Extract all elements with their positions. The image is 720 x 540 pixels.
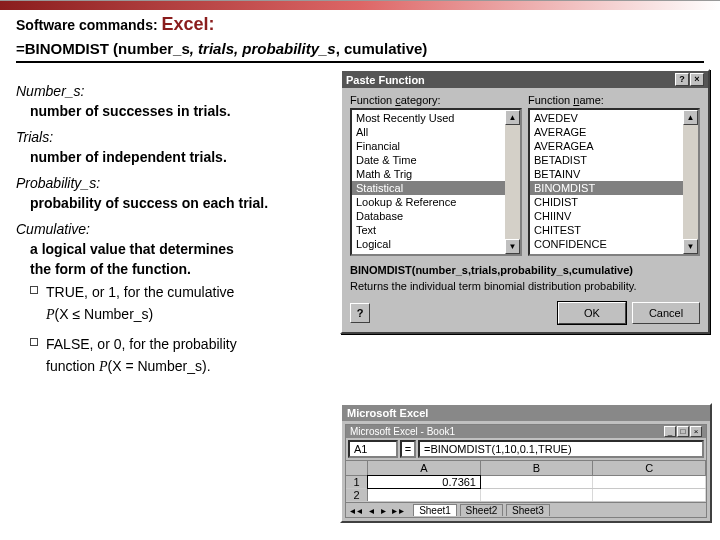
bullet-false: FALSE, or 0, for the probability functio…: [30, 333, 336, 379]
function-listbox[interactable]: AVEDEVAVERAGEAVERAGEABETADISTBETAINVBINO…: [528, 108, 700, 256]
slide-accent-bar: [0, 0, 720, 10]
col-header[interactable]: C: [593, 461, 706, 475]
sheet-tab[interactable]: Sheet2: [460, 504, 504, 516]
list-item[interactable]: Information: [352, 251, 505, 254]
list-item[interactable]: CONFIDENCE: [530, 237, 683, 251]
list-item[interactable]: All: [352, 125, 505, 139]
formula-input[interactable]: =BINOMDIST(1,10,0.1,TRUE): [418, 440, 704, 458]
list-item[interactable]: AVERAGEA: [530, 139, 683, 153]
cell[interactable]: [593, 476, 706, 488]
list-item[interactable]: BINOMDIST: [530, 181, 683, 195]
list-item[interactable]: BETAINV: [530, 167, 683, 181]
param-number-s-desc: number of successes in trials.: [30, 103, 336, 119]
param-trials-desc: number of independent trials.: [30, 149, 336, 165]
dialog-titlebar[interactable]: Paste Function ? ×: [342, 71, 708, 88]
list-item[interactable]: Statistical: [352, 181, 505, 195]
workbook-titlebar[interactable]: Microsoft Excel - Book1 _ □ ×: [346, 425, 706, 438]
list-item[interactable]: Date & Time: [352, 153, 505, 167]
ok-button[interactable]: OK: [558, 302, 626, 324]
worksheet[interactable]: A B C 1 0.7361 2: [346, 460, 706, 502]
scroll-down-icon[interactable]: ▼: [683, 239, 698, 254]
list-item[interactable]: AVERAGE: [530, 125, 683, 139]
scroll-up-icon[interactable]: ▲: [683, 110, 698, 125]
parameter-explanations: Number_s: number of successes in trials.…: [16, 83, 336, 379]
tab-nav-arrows[interactable]: ◂◂ ◂ ▸ ▸▸: [350, 505, 406, 516]
list-item[interactable]: Math & Trig: [352, 167, 505, 181]
param-trials-label: Trials:: [16, 129, 336, 145]
sheet-tabs: ◂◂ ◂ ▸ ▸▸ Sheet1 Sheet2 Sheet3: [346, 502, 706, 517]
list-item[interactable]: Database: [352, 209, 505, 223]
list-item[interactable]: Most Recently Used: [352, 111, 505, 125]
col-header[interactable]: A: [368, 461, 481, 475]
scrollbar[interactable]: ▲ ▼: [683, 110, 698, 254]
square-bullet-icon: [30, 286, 38, 294]
scroll-down-icon[interactable]: ▼: [505, 239, 520, 254]
list-item[interactable]: CHIDIST: [530, 195, 683, 209]
param-number-s-label: Number_s:: [16, 83, 336, 99]
close-icon[interactable]: ×: [690, 426, 702, 437]
list-item[interactable]: CHITEST: [530, 223, 683, 237]
list-item[interactable]: CHIINV: [530, 209, 683, 223]
formula-bar: A1 = =BINOMDIST(1,10,0.1,TRUE): [346, 438, 706, 460]
bullet-true: TRUE, or 1, for the cumulative P(X ≤ Num…: [30, 281, 336, 327]
category-listbox[interactable]: Most Recently UsedAllFinancialDate & Tim…: [350, 108, 522, 256]
param-cumulative-desc1: a logical value that determines: [30, 241, 336, 257]
header-tool: Excel:: [161, 14, 214, 34]
excel-window: Microsoft Excel Microsoft Excel - Book1 …: [340, 403, 712, 523]
minimize-icon[interactable]: _: [664, 426, 676, 437]
function-name-label: Function name:: [528, 94, 700, 106]
cell-a1[interactable]: 0.7361: [367, 475, 481, 489]
cancel-button[interactable]: Cancel: [632, 302, 700, 324]
maximize-icon[interactable]: □: [677, 426, 689, 437]
list-item[interactable]: Text: [352, 223, 505, 237]
sheet-tab[interactable]: Sheet3: [506, 504, 550, 516]
list-item[interactable]: Lookup & Reference: [352, 195, 505, 209]
excel-app-titlebar[interactable]: Microsoft Excel: [342, 405, 710, 421]
header-prefix: Software commands:: [16, 17, 158, 33]
slide-header: Software commands: Excel: =BINOMDIST (nu…: [0, 10, 720, 65]
square-bullet-icon: [30, 338, 38, 346]
param-prob-s-desc: probability of success on each trial.: [30, 195, 336, 211]
formula-syntax: =BINOMDIST (number_s, trials, probabilit…: [16, 37, 704, 63]
dialog-title: Paste Function: [346, 74, 425, 86]
scroll-up-icon[interactable]: ▲: [505, 110, 520, 125]
cell[interactable]: [368, 489, 481, 501]
param-prob-s-label: Probability_s:: [16, 175, 336, 191]
sheet-tab[interactable]: Sheet1: [413, 504, 457, 516]
dialog-help-button[interactable]: ?: [675, 73, 689, 86]
equals-label: =: [400, 440, 416, 458]
dialog-close-button[interactable]: ×: [690, 73, 704, 86]
row-header[interactable]: 1: [346, 476, 368, 488]
scrollbar[interactable]: ▲ ▼: [505, 110, 520, 254]
list-item[interactable]: Logical: [352, 237, 505, 251]
param-cumulative-label: Cumulative:: [16, 221, 336, 237]
list-item[interactable]: AVEDEV: [530, 111, 683, 125]
list-item[interactable]: BETADIST: [530, 153, 683, 167]
select-all-corner[interactable]: [346, 461, 368, 475]
help-button[interactable]: ?: [350, 303, 370, 323]
name-box[interactable]: A1: [348, 440, 398, 458]
category-label: Function category:: [350, 94, 522, 106]
col-header[interactable]: B: [481, 461, 594, 475]
function-signature: BINOMDIST(number_s,trials,probability_s,…: [350, 264, 700, 276]
row-header[interactable]: 2: [346, 489, 368, 501]
list-item[interactable]: CORREL: [530, 251, 683, 254]
list-item[interactable]: Financial: [352, 139, 505, 153]
param-cumulative-desc2: the form of the function.: [30, 261, 336, 277]
cell[interactable]: [481, 489, 594, 501]
cell[interactable]: [480, 476, 593, 488]
function-description: Returns the individual term binomial dis…: [350, 280, 700, 292]
paste-function-dialog: Paste Function ? × Function category: Mo…: [340, 69, 710, 334]
cell[interactable]: [593, 489, 706, 501]
